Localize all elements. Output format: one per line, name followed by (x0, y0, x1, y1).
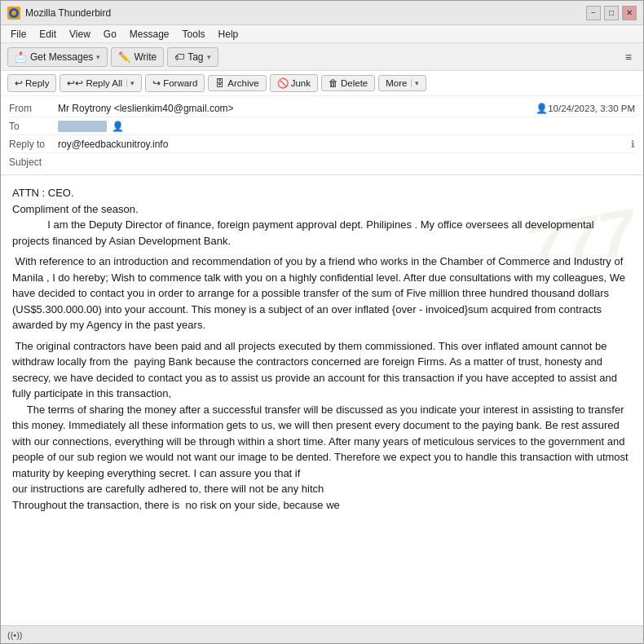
reply-label: Reply (25, 78, 49, 88)
to-row: To 👤 (9, 117, 635, 135)
from-row: From Mr Roytrony <leslienkim40@gmail.com… (9, 99, 635, 117)
toolbar-menu-button[interactable]: ≡ (620, 47, 637, 67)
menu-item-edit[interactable]: Edit (33, 27, 63, 42)
connection-icon: ((•)) (7, 630, 23, 640)
more-dropdown[interactable]: ▾ (411, 79, 419, 87)
tag-label: Tag (187, 51, 203, 63)
email-date: 10/24/2023, 3:30 PM (548, 104, 635, 113)
get-messages-button[interactable]: 📩 Get Messages ▾ (7, 47, 108, 67)
reply-all-icon: ↩↩ (67, 77, 83, 89)
svg-point-1 (11, 11, 16, 15)
forward-icon: ↪ (152, 77, 161, 89)
write-icon: ✏️ (118, 51, 130, 63)
tag-chevron: ▾ (207, 53, 211, 61)
maximize-button[interactable]: □ (604, 6, 619, 20)
junk-icon: 🚫 (277, 77, 289, 89)
get-messages-label: Get Messages (30, 51, 93, 63)
statusbar: ((•)) (1, 625, 643, 643)
get-messages-icon: 📩 (15, 51, 27, 63)
tag-button[interactable]: 🏷 Tag ▾ (167, 47, 218, 67)
email-header: ↩ Reply ↩↩ Reply All ▾ ↪ Forward 🗄 Archi… (1, 71, 643, 175)
from-contact-icon: 👤 (536, 103, 548, 114)
email-body: 777 ATTN : CEO.Compliment of the season.… (1, 175, 643, 625)
to-avatar (58, 121, 107, 132)
to-contact-icon: 👤 (112, 121, 124, 132)
menu-item-message[interactable]: Message (123, 27, 176, 42)
minimize-button[interactable]: − (586, 6, 601, 20)
reply-button[interactable]: ↩ Reply (7, 74, 56, 92)
menubar: FileEditViewGoMessageToolsHelp (1, 25, 643, 43)
from-label: From (9, 103, 58, 114)
window-title: Mozilla Thunderbird (25, 7, 586, 19)
email-meta: From Mr Roytrony <leslienkim40@gmail.com… (1, 96, 643, 174)
menu-item-file[interactable]: File (4, 27, 33, 42)
menu-item-tools[interactable]: Tools (176, 27, 212, 42)
email-paragraph-2: With reference to an introduction and re… (12, 254, 632, 333)
close-button[interactable]: ✕ (622, 6, 637, 20)
reply-all-dropdown[interactable]: ▾ (126, 79, 135, 87)
reply-icon: ↩ (15, 77, 23, 89)
replyto-value: roy@feedbackunitroy.info (58, 139, 628, 150)
write-label: Write (134, 51, 157, 63)
toolbar: 📩 Get Messages ▾ ✏️ Write 🏷 Tag ▾ ≡ (1, 43, 643, 71)
more-button[interactable]: More ▾ (378, 75, 426, 91)
menu-item-go[interactable]: Go (97, 27, 123, 42)
junk-button[interactable]: 🚫 Junk (270, 74, 318, 92)
app-icon (7, 7, 20, 20)
thunderbird-window: Mozilla Thunderbird − □ ✕ FileEditViewGo… (0, 0, 644, 644)
write-button[interactable]: ✏️ Write (111, 47, 164, 67)
reply-all-button[interactable]: ↩↩ Reply All ▾ (60, 74, 142, 92)
replyto-row: Reply to roy@feedbackunitroy.info ℹ (9, 135, 635, 153)
to-label: To (9, 121, 58, 132)
junk-label: Junk (291, 78, 311, 88)
subject-label: Subject (9, 157, 58, 168)
reply-all-label: Reply All (86, 78, 122, 88)
menu-item-help[interactable]: Help (212, 27, 245, 42)
titlebar: Mozilla Thunderbird − □ ✕ (1, 1, 643, 25)
archive-label: Archive (227, 78, 258, 88)
archive-button[interactable]: 🗄 Archive (208, 75, 266, 91)
replyto-info-icon: ℹ (631, 139, 635, 150)
delete-button[interactable]: 🗑 Delete (321, 75, 375, 91)
archive-icon: 🗄 (215, 78, 225, 88)
replyto-label: Reply to (9, 139, 58, 150)
menu-item-view[interactable]: View (63, 27, 97, 42)
forward-button[interactable]: ↪ Forward (145, 74, 205, 92)
email-action-toolbar: ↩ Reply ↩↩ Reply All ▾ ↪ Forward 🗄 Archi… (1, 71, 643, 96)
delete-icon: 🗑 (329, 78, 338, 88)
tag-icon: 🏷 (174, 51, 184, 63)
more-label: More (386, 78, 407, 88)
get-messages-chevron: ▾ (96, 53, 100, 61)
email-paragraph-3: The original contractors have been paid … (12, 338, 632, 514)
email-paragraph-1: ATTN : CEO.Compliment of the season. I a… (12, 185, 632, 249)
subject-row: Subject (9, 153, 635, 171)
forward-label: Forward (163, 78, 197, 88)
email-text: ATTN : CEO.Compliment of the season. I a… (12, 185, 632, 513)
window-controls: − □ ✕ (586, 6, 637, 20)
delete-label: Delete (341, 78, 368, 88)
from-value: Mr Roytrony <leslienkim40@gmail.com> (58, 103, 531, 114)
